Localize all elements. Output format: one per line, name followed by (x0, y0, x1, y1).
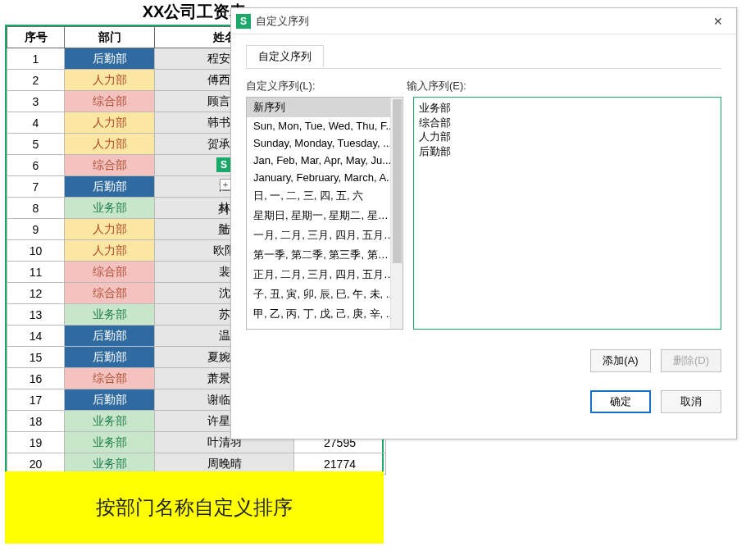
list-item[interactable]: 新序列 (247, 98, 403, 117)
close-icon[interactable]: ✕ (705, 11, 731, 31)
list-item[interactable]: Jan, Feb, Mar, Apr, May, Ju... (247, 152, 403, 169)
dialog-app-icon: S (236, 14, 251, 29)
add-button[interactable]: 添加(A) (590, 349, 651, 372)
cell-dept[interactable]: 人力部 (65, 70, 155, 91)
cell-dept[interactable]: 综合部 (65, 262, 155, 283)
dialog-title: 自定义序列 (256, 14, 705, 29)
cell-dept[interactable]: 人力部 (65, 240, 155, 262)
cell-no[interactable]: 10 (7, 240, 65, 262)
cell-dept[interactable]: 业务部 (65, 411, 155, 432)
cell-dept[interactable]: 后勤部 (65, 347, 155, 368)
cell-no[interactable]: 9 (7, 219, 65, 240)
tab-custom-list[interactable]: 自定义序列 (246, 45, 324, 68)
list-item[interactable]: 正月, 二月, 三月, 四月, 五月, ... (247, 265, 403, 285)
cell-no[interactable]: 13 (7, 304, 65, 326)
list-item[interactable]: 第一季, 第二季, 第三季, 第四季 (247, 245, 403, 265)
cell-dept[interactable]: 后勤部 (65, 326, 155, 347)
cell-dept[interactable]: 后勤部 (65, 48, 155, 70)
custom-list-box[interactable]: 新序列Sun, Mon, Tue, Wed, Thu, F...Sunday, … (246, 97, 403, 330)
input-sequence-textarea[interactable]: 业务部 综合部 人力部 后勤部 (413, 97, 721, 330)
cell-dept[interactable]: 综合部 (65, 368, 155, 389)
cell-dept[interactable]: 综合部 (65, 155, 155, 176)
cell-dept[interactable]: 人力部 (65, 219, 155, 240)
cell-no[interactable]: 19 (7, 432, 65, 453)
list-item[interactable]: 一月, 二月, 三月, 四月, 五月, ... (247, 225, 403, 245)
list-item[interactable]: 子, 丑, 寅, 卯, 辰, 巳, 午, 未, ... (247, 285, 403, 304)
cell-no[interactable]: 16 (7, 368, 65, 389)
list-item[interactable]: Sun, Mon, Tue, Wed, Thu, F... (247, 117, 403, 134)
cell-no[interactable]: 6 (7, 155, 65, 176)
cell-dept[interactable]: 人力部 (65, 134, 155, 155)
app-badge-icon: S (216, 157, 231, 172)
cell-no[interactable]: 1 (7, 48, 65, 70)
cell-no[interactable]: 2 (7, 70, 65, 91)
tab-strip: 自定义序列 (246, 44, 721, 69)
listbox-scrollbar[interactable] (390, 98, 403, 329)
cell-dept[interactable]: 综合部 (65, 283, 155, 304)
cell-no[interactable]: 3 (7, 91, 65, 112)
custom-list-dialog: S 自定义序列 ✕ 自定义序列 自定义序列(L): 输入序列(E): 新序列Su… (230, 7, 737, 439)
cell-no[interactable]: 14 (7, 326, 65, 347)
col-header-dept[interactable]: 部门 (65, 27, 155, 48)
list-item[interactable]: Sunday, Monday, Tuesday, ... (247, 134, 403, 152)
cell-dept[interactable]: 综合部 (65, 91, 155, 112)
cell-no[interactable]: 11 (7, 262, 65, 283)
cell-no[interactable]: 7 (7, 176, 65, 198)
side-glyph-2: 主 (218, 223, 229, 238)
cell-dept[interactable]: 人力部 (65, 112, 155, 134)
instruction-banner: 按部门名称自定义排序 (5, 471, 384, 544)
dialog-titlebar[interactable]: S 自定义序列 ✕ (231, 8, 736, 34)
cell-no[interactable]: 8 (7, 198, 65, 219)
cell-no[interactable]: 18 (7, 411, 65, 432)
side-glyph-1: 列 (218, 203, 229, 217)
cancel-button[interactable]: 取消 (661, 390, 721, 413)
cell-no[interactable]: 12 (7, 283, 65, 304)
label-input-list: 输入序列(E): (407, 79, 721, 93)
list-item[interactable]: January, February, March, A... (247, 169, 403, 186)
col-header-no[interactable]: 序号 (7, 27, 65, 48)
cell-dept[interactable]: 业务部 (65, 304, 155, 326)
list-item[interactable]: 星期日, 星期一, 星期二, 星期... (247, 206, 403, 225)
cell-no[interactable]: 15 (7, 347, 65, 368)
cell-dept[interactable]: 业务部 (65, 198, 155, 219)
delete-button: 删除(D) (661, 349, 721, 372)
cell-dept[interactable]: 业务部 (65, 432, 155, 453)
list-item[interactable]: 甲, 乙, 丙, 丁, 戊, 己, 庚, 辛, ... (247, 304, 403, 324)
ok-button[interactable]: 确定 (590, 390, 651, 413)
scrollbar-thumb[interactable] (393, 99, 402, 263)
cell-dept[interactable]: 后勤部 (65, 389, 155, 411)
cell-dept[interactable]: 后勤部 (65, 176, 155, 198)
cell-no[interactable]: 4 (7, 112, 65, 134)
cell-no[interactable]: 17 (7, 389, 65, 411)
cell-no[interactable]: 5 (7, 134, 65, 155)
label-custom-list: 自定义序列(L): (246, 79, 407, 93)
expand-plus-icon[interactable]: + (220, 179, 231, 190)
list-item[interactable]: 日, 一, 二, 三, 四, 五, 六 (247, 186, 403, 206)
